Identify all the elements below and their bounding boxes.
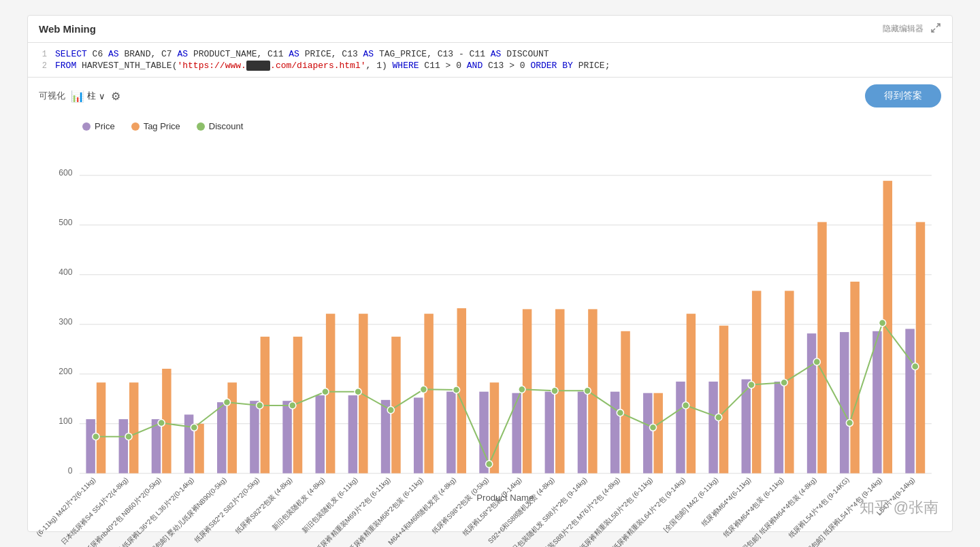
svg-point-104: [486, 461, 493, 467]
svg-text:[全国包邮] M42 (6-11kg): [全国包邮] M42 (6-11kg): [662, 476, 720, 533]
svg-rect-23: [184, 414, 193, 473]
app-title: Web Mining: [39, 23, 96, 35]
price-label: Price: [95, 121, 115, 131]
legend: Price Tag Price Discount: [42, 121, 938, 131]
toolbar: 可视化 📊 柱 ∨ ⚙ 得到答案: [28, 78, 952, 114]
svg-point-111: [715, 414, 722, 420]
svg-point-103: [453, 386, 460, 393]
chart-area: Price Tag Price Discount 0 100 200 300 4…: [28, 114, 952, 517]
run-button[interactable]: 得到答案: [865, 84, 941, 107]
svg-point-100: [355, 388, 361, 395]
svg-point-101: [387, 407, 394, 414]
svg-rect-56: [545, 392, 554, 474]
svg-rect-83: [840, 332, 849, 474]
svg-rect-35: [316, 395, 325, 474]
svg-rect-86: [872, 331, 881, 474]
svg-point-107: [584, 387, 591, 394]
svg-rect-18: [129, 382, 138, 473]
svg-point-117: [912, 363, 919, 370]
svg-text:(6-11kg) M42片*2(6-11kg): (6-11kg) M42片*2(6-11kg): [35, 476, 97, 537]
svg-rect-38: [348, 395, 357, 474]
svg-point-94: [158, 419, 165, 426]
svg-rect-20: [152, 419, 161, 474]
toolbar-left: 可视化 📊 柱 ∨ ⚙: [39, 90, 120, 103]
svg-rect-80: [807, 333, 816, 474]
expand-button[interactable]: [930, 22, 941, 35]
svg-rect-14: [86, 419, 95, 474]
legend-discount: Discount: [197, 121, 244, 131]
svg-point-106: [551, 387, 558, 394]
svg-rect-32: [282, 401, 291, 473]
svg-text:日本纸尿裤S4 S54片*2(4-8kg): 日本纸尿裤S4 S54片*2(4-8kg): [59, 476, 129, 546]
svg-text:纸尿裤S82*2包装 (4-8kg): 纸尿裤S82*2包装 (4-8kg): [234, 476, 293, 535]
svg-point-108: [617, 410, 623, 416]
svg-rect-65: [643, 393, 652, 474]
chevron-down-icon: ∨: [99, 91, 105, 101]
svg-point-99: [322, 388, 329, 395]
svg-point-112: [748, 382, 755, 388]
svg-point-93: [125, 433, 132, 440]
tag-price-label: Tag Price: [144, 121, 180, 131]
svg-rect-90: [916, 222, 925, 473]
svg-text:新旧包装随机发 (6-11kg): 新旧包装随机发 (6-11kg): [301, 476, 359, 534]
svg-rect-71: [708, 382, 717, 474]
sql-editor[interactable]: 1 SELECT C6 AS BRAND, C7 AS PRODUCT_NAME…: [28, 43, 952, 78]
svg-rect-47: [446, 392, 455, 474]
header-actions: 隐藏编辑器: [883, 22, 941, 35]
svg-rect-24: [195, 424, 203, 474]
svg-rect-84: [850, 282, 859, 474]
svg-text:纸尿裤L54片*4包 (9-14KG): 纸尿裤L54片*4包 (9-14KG): [787, 476, 851, 539]
viz-label: 可视化: [39, 90, 65, 102]
svg-point-110: [683, 402, 689, 409]
svg-rect-72: [719, 326, 728, 474]
svg-rect-29: [250, 401, 259, 473]
svg-rect-77: [774, 382, 783, 474]
svg-text:纸尿裤M64*4包装 (6-11kg): 纸尿裤M64*4包装 (6-11kg): [722, 476, 785, 538]
svg-text:纸尿裤S98*2包装 (0-5kg): 纸尿裤S98*2包装 (0-5kg): [431, 476, 490, 535]
watermark: 知乎 @张南: [860, 497, 938, 518]
svg-text:S92+6和S88随机发货 (4-8kg): S92+6和S88随机发货 (4-8kg): [487, 476, 555, 544]
svg-rect-81: [817, 222, 826, 473]
svg-rect-87: [883, 181, 892, 474]
svg-point-98: [289, 402, 296, 409]
bar-chart-icon: 📊: [71, 90, 84, 103]
svg-rect-89: [905, 329, 914, 473]
svg-point-116: [879, 320, 886, 327]
svg-point-114: [813, 359, 820, 365]
svg-rect-15: [97, 382, 105, 473]
svg-text:Product Name: Product Name: [476, 493, 534, 503]
legend-price: Price: [82, 121, 115, 131]
price-dot: [82, 122, 91, 131]
svg-rect-63: [621, 331, 630, 474]
hide-editor-button[interactable]: 隐藏编辑器: [883, 23, 924, 35]
svg-text:纸尿裤L58*2包装 (9-14kg): 纸尿裤L58*2包装 (9-14kg): [461, 476, 523, 537]
svg-point-92: [93, 433, 99, 440]
legend-tag-price: Tag Price: [131, 121, 180, 131]
svg-text:M64+4和M68随机发货 (4-8kg): M64+4和M68随机发货 (4-8kg): [387, 476, 457, 546]
svg-text:100: 100: [59, 416, 73, 426]
main-container: Web Mining 隐藏编辑器 1 SELECT C6 AS BRAND, C…: [27, 15, 953, 532]
svg-rect-68: [676, 382, 685, 474]
svg-point-109: [649, 424, 656, 431]
svg-point-95: [191, 424, 197, 431]
sql-line-1: 1 SELECT C6 AS BRAND, C7 AS PRODUCT_NAME…: [28, 48, 952, 60]
chart-wrapper: 0 100 200 300 400 500 600 (6-11kg) M42片*…: [42, 142, 938, 503]
svg-text:500: 500: [59, 218, 73, 227]
svg-point-105: [519, 386, 525, 393]
settings-icon[interactable]: ⚙: [111, 90, 120, 103]
header: Web Mining 隐藏编辑器: [28, 16, 952, 43]
bar-chart: 0 100 200 300 400 500 600 (6-11kg) M42片*…: [42, 142, 938, 501]
sql-line-2: 2 FROM HARVEST_NTH_TABLE('https://www.██…: [28, 60, 952, 71]
svg-rect-17: [119, 419, 128, 474]
svg-point-102: [420, 386, 427, 393]
svg-rect-66: [653, 393, 662, 474]
svg-rect-44: [414, 397, 423, 473]
chart-type-label: 柱: [87, 90, 96, 102]
svg-text:200: 200: [59, 367, 73, 376]
svg-rect-53: [512, 393, 521, 474]
svg-text:0: 0: [68, 466, 73, 476]
discount-dot: [197, 122, 205, 131]
chart-type-selector[interactable]: 📊 柱 ∨: [71, 90, 105, 103]
svg-rect-69: [687, 314, 696, 473]
svg-rect-45: [424, 314, 433, 473]
